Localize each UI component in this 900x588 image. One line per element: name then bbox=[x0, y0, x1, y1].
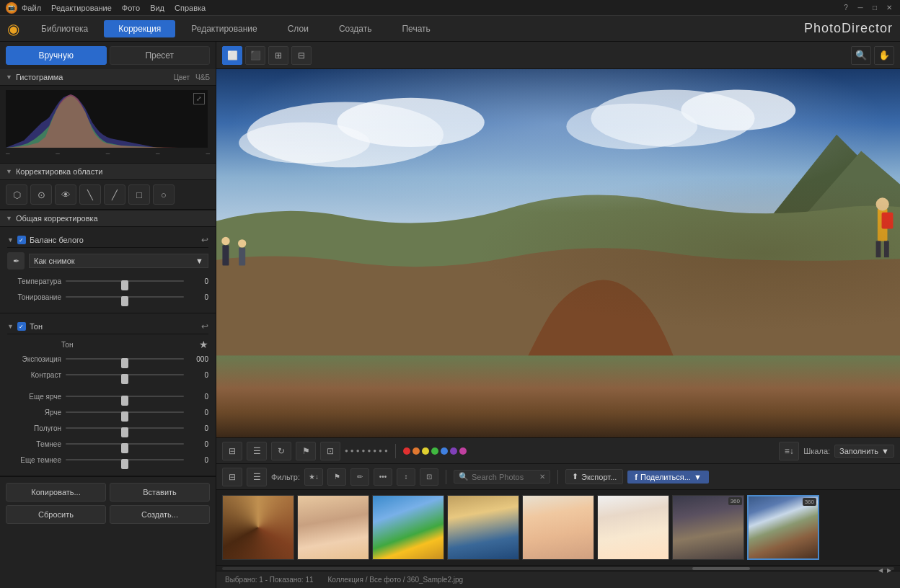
view-grid-button[interactable]: ⊞ bbox=[268, 46, 288, 65]
tab-library[interactable]: Библиотека bbox=[27, 20, 102, 37]
midtone-slider[interactable] bbox=[66, 422, 184, 434]
toning-slider[interactable] bbox=[66, 291, 184, 303]
histogram-expand-icon[interactable]: ⤢ bbox=[193, 93, 205, 104]
brush-tool[interactable]: ⊙ bbox=[30, 184, 52, 205]
eye-tool[interactable]: 👁 bbox=[55, 184, 76, 205]
menu-photo[interactable]: Фото bbox=[122, 4, 140, 12]
sort-button[interactable]: ≡↓ bbox=[779, 442, 799, 460]
color-yellow-dot[interactable] bbox=[422, 447, 429, 455]
brighter-slider[interactable] bbox=[66, 391, 184, 402]
filmstrip-view-button[interactable]: ⊟ bbox=[222, 442, 242, 460]
filter-sort-button[interactable]: ↕ bbox=[397, 468, 415, 486]
wb-checkbox[interactable]: ✓ bbox=[17, 236, 26, 244]
search-box[interactable]: 🔍 ✕ bbox=[454, 470, 550, 484]
dot-8[interactable]: ● bbox=[384, 447, 388, 454]
export-button[interactable]: ⬆ Экспорт... bbox=[565, 469, 623, 484]
scroll-right-icon[interactable]: ▶ bbox=[886, 567, 893, 573]
list-mode-button[interactable]: ☰ bbox=[247, 468, 267, 486]
dark-thumb[interactable] bbox=[121, 443, 128, 453]
ellipse-tool[interactable]: ○ bbox=[153, 184, 175, 205]
dot-6[interactable]: ● bbox=[373, 447, 376, 454]
filmstrip-mode-button[interactable]: ⊟ bbox=[222, 468, 242, 486]
thumbnail-2[interactable] bbox=[297, 495, 369, 560]
tab-create[interactable]: Создать bbox=[325, 20, 387, 37]
midtone-thumb[interactable] bbox=[121, 427, 128, 437]
darker-slider[interactable] bbox=[66, 454, 184, 466]
thumbnail-4[interactable] bbox=[447, 495, 519, 560]
tone-star-icon[interactable]: ★ bbox=[199, 339, 208, 350]
crop-tool[interactable]: ⬡ bbox=[6, 184, 27, 205]
view-compare-button[interactable]: ⬛ bbox=[245, 46, 265, 65]
bright-thumb[interactable] bbox=[121, 411, 128, 422]
brighter-thumb[interactable] bbox=[121, 396, 128, 406]
contrast-slider[interactable] bbox=[66, 369, 184, 380]
view-360-button[interactable]: ⊟ bbox=[291, 46, 312, 65]
white-balance-header[interactable]: ▼ ✓ Баланс белого ↩ bbox=[7, 233, 208, 248]
tab-manual[interactable]: Вручную bbox=[6, 46, 107, 65]
filter-flag-button[interactable]: ⚑ bbox=[327, 468, 346, 486]
menu-view[interactable]: Вид bbox=[150, 4, 164, 12]
filter-more-button[interactable]: ••• bbox=[374, 468, 392, 486]
filmstrip-scroll-track[interactable]: ◀ ▶ bbox=[222, 567, 894, 570]
wb-preset-dropdown[interactable]: Как снимок ▼ bbox=[29, 254, 208, 268]
dot-2[interactable]: ● bbox=[350, 447, 354, 454]
maximize-button[interactable]: □ bbox=[870, 3, 880, 13]
close-button[interactable]: ✕ bbox=[884, 3, 894, 13]
tab-preset[interactable]: Пресет bbox=[110, 46, 211, 65]
flag-button[interactable]: ⚑ bbox=[296, 442, 316, 460]
paste-button[interactable]: Вставить bbox=[110, 483, 210, 502]
hand-button[interactable]: ✋ bbox=[874, 46, 894, 65]
dark-slider[interactable] bbox=[66, 438, 184, 450]
wb-reset-icon[interactable]: ↩ bbox=[201, 235, 208, 245]
dot-3[interactable]: ● bbox=[356, 447, 360, 454]
color-purple-dot[interactable] bbox=[450, 447, 457, 455]
tone-checkbox[interactable]: ✓ bbox=[17, 322, 26, 331]
share-button[interactable]: f Поделиться... ▼ bbox=[627, 471, 708, 484]
wb-dropper-icon[interactable]: ✒ bbox=[7, 252, 25, 270]
search-clear-icon[interactable]: ✕ bbox=[539, 473, 545, 481]
scale-dropdown[interactable]: Заполнить ▼ bbox=[834, 445, 894, 458]
filmstrip-scroll[interactable]: ◀ ▶ bbox=[216, 565, 900, 571]
zoom-button[interactable]: 🔍 bbox=[851, 46, 871, 65]
radial-tool[interactable]: ╱ bbox=[104, 184, 125, 205]
grid-view-button2[interactable]: ☰ bbox=[247, 442, 267, 460]
area-correction-header[interactable]: ▼ Корректировка области bbox=[0, 164, 216, 180]
color-green-dot[interactable] bbox=[431, 447, 438, 455]
menu-edit[interactable]: Редактирование bbox=[51, 4, 112, 12]
tone-reset-icon[interactable]: ↩ bbox=[201, 321, 208, 331]
mode-bw[interactable]: Ч&Б bbox=[195, 74, 210, 81]
temperature-slider[interactable] bbox=[66, 275, 184, 287]
filter-star-button[interactable]: ★↓ bbox=[304, 468, 323, 486]
tab-print[interactable]: Печать bbox=[387, 20, 444, 37]
exposure-thumb[interactable] bbox=[121, 358, 128, 368]
toning-thumb[interactable] bbox=[121, 296, 128, 306]
share-small-button[interactable]: ⊡ bbox=[320, 442, 340, 460]
dot-4[interactable]: ● bbox=[362, 447, 366, 454]
scroll-left-icon[interactable]: ◀ bbox=[877, 567, 884, 573]
darker-thumb[interactable] bbox=[121, 459, 128, 469]
thumbnail-3[interactable] bbox=[372, 495, 444, 560]
general-correction-header[interactable]: ▼ Общая корректировка bbox=[0, 210, 216, 227]
thumbnail-8[interactable]: 360 bbox=[747, 495, 819, 560]
exposure-slider[interactable] bbox=[66, 353, 184, 365]
color-red-dot[interactable] bbox=[403, 447, 410, 455]
contrast-thumb[interactable] bbox=[121, 374, 128, 384]
thumbnail-7[interactable]: 360 bbox=[672, 495, 744, 560]
thumbnail-5[interactable] bbox=[522, 495, 594, 560]
color-pink-dot[interactable] bbox=[459, 447, 467, 455]
menu-help[interactable]: Справка bbox=[175, 4, 206, 12]
filter-view-button[interactable]: ⊡ bbox=[420, 468, 438, 486]
tab-layers[interactable]: Слои bbox=[273, 20, 323, 37]
minimize-button[interactable]: ─ bbox=[855, 3, 865, 13]
rect-tool[interactable]: □ bbox=[128, 184, 150, 205]
menu-file[interactable]: Файл bbox=[22, 4, 41, 12]
temperature-thumb[interactable] bbox=[121, 280, 128, 290]
dot-5[interactable]: ● bbox=[367, 447, 371, 454]
filter-edit-button[interactable]: ✏ bbox=[350, 468, 369, 486]
color-orange-dot[interactable] bbox=[412, 447, 420, 455]
copy-button[interactable]: Копировать... bbox=[6, 483, 106, 502]
tab-correction[interactable]: Коррекция bbox=[104, 20, 175, 37]
action-button[interactable]: ↻ bbox=[271, 442, 291, 460]
help-button[interactable]: ? bbox=[841, 3, 851, 13]
tab-editing[interactable]: Редактирование bbox=[177, 20, 271, 37]
